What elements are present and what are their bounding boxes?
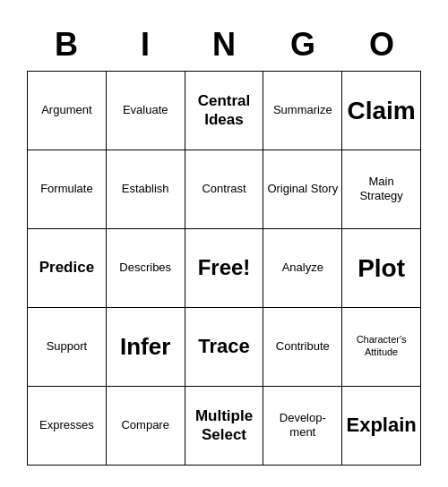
bingo-cell-4: Claim <box>342 72 421 150</box>
letter-g: G <box>263 22 342 67</box>
bingo-grid: ArgumentEvaluateCentral IdeasSummarizeCl… <box>27 71 421 466</box>
bingo-cell-18: Contribute <box>263 308 342 387</box>
bingo-cell-12: Free! <box>185 229 264 308</box>
bingo-cell-24: Explain <box>342 387 421 466</box>
bingo-cell-7: Contrast <box>185 150 264 229</box>
bingo-cell-16: Infer <box>107 308 185 387</box>
letter-n: N <box>185 22 263 67</box>
letter-o: O <box>342 22 421 67</box>
bingo-cell-10: Predice <box>28 229 107 308</box>
bingo-cell-3: Summarize <box>263 72 342 150</box>
bingo-cell-20: Expresses <box>28 387 107 466</box>
bingo-cell-1: Evaluate <box>107 72 185 150</box>
bingo-cell-6: Establish <box>107 150 185 229</box>
bingo-cell-21: Compare <box>107 387 185 466</box>
bingo-cell-19: Character's Attitude <box>342 308 421 387</box>
bingo-cell-23: Develop-ment <box>263 387 342 466</box>
bingo-cell-5: Formulate <box>28 150 107 229</box>
bingo-cell-8: Original Story <box>263 150 342 229</box>
bingo-card: B I N G O ArgumentEvaluateCentral IdeasS… <box>18 13 430 474</box>
bingo-cell-11: Describes <box>107 229 185 308</box>
bingo-cell-14: Plot <box>342 229 421 308</box>
bingo-cell-17: Trace <box>185 308 264 387</box>
bingo-cell-13: Analyze <box>263 229 342 308</box>
bingo-cell-9: Main Strategy <box>342 150 421 229</box>
bingo-cell-22: Multiple Select <box>185 387 264 466</box>
bingo-cell-2: Central Ideas <box>185 72 264 150</box>
letter-b: B <box>27 22 106 67</box>
bingo-cell-15: Support <box>28 308 107 387</box>
bingo-header: B I N G O <box>27 22 421 67</box>
letter-i: I <box>106 22 185 67</box>
bingo-cell-0: Argument <box>28 72 107 150</box>
